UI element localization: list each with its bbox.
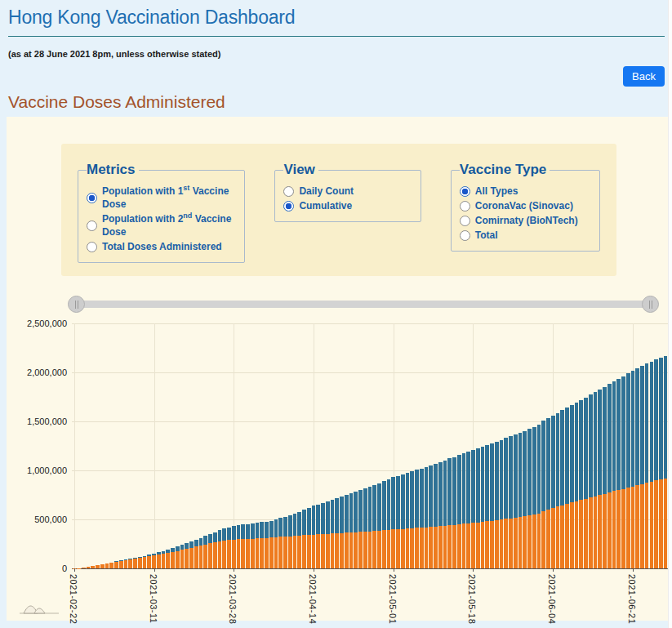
bar-segment-biontech: [584, 398, 588, 499]
radio-total-type[interactable]: [460, 230, 470, 241]
stacked-bar: [189, 541, 194, 568]
bar-segment-sinovac: [659, 479, 663, 568]
bar-segment-sinovac: [485, 521, 489, 568]
page-scrollbar[interactable]: [668, 0, 672, 628]
back-button[interactable]: Back: [623, 66, 665, 87]
page-header: Hong Kong Vaccination Dashboard (as at 2…: [0, 0, 672, 112]
bar-segment-sinovac: [537, 514, 541, 568]
bar-segment-biontech: [256, 523, 260, 538]
stacked-bar: [176, 546, 180, 568]
stacked-bar: [180, 545, 185, 568]
stacked-bar: [438, 462, 443, 568]
bar-segment-sinovac: [382, 530, 386, 568]
radio-all-types[interactable]: [460, 186, 470, 197]
radio-option-1st-dose[interactable]: Population with 1st Vaccine Dose: [87, 185, 234, 211]
stacked-bar: [147, 555, 151, 568]
bar-segment-biontech: [199, 538, 203, 546]
radio-option-total-doses[interactable]: Total Doses Administered: [87, 240, 234, 253]
stacked-bar: [302, 510, 306, 568]
stacked-bar-chart-plot[interactable]: 0500,0001,000,0001,500,0002,000,0002,500…: [72, 323, 668, 568]
bar-segment-biontech: [420, 469, 424, 528]
bar-segment-sinovac: [452, 525, 456, 568]
bar-segment-biontech: [237, 525, 241, 539]
slider-track[interactable]: [71, 301, 656, 308]
stacked-bar: [349, 493, 354, 568]
stacked-bar: [635, 368, 639, 568]
radio-comirnaty[interactable]: [460, 216, 470, 226]
radio-option-all-types[interactable]: All Types: [460, 185, 590, 198]
bar-segment-biontech: [232, 526, 236, 540]
bar-segment-sinovac: [377, 531, 381, 568]
radio-daily-count[interactable]: [283, 186, 294, 197]
radio-option-cumulative[interactable]: Cumulative: [283, 199, 410, 212]
stacked-bar: [664, 356, 668, 568]
radio-option-total-type[interactable]: Total: [460, 229, 590, 242]
slider-handle-right[interactable]: [642, 296, 659, 313]
stacked-bar: [612, 381, 616, 568]
bar-segment-biontech: [203, 536, 207, 544]
bar-segment-sinovac: [241, 539, 245, 568]
bar-segment-sinovac: [222, 541, 226, 568]
stacked-bar: [631, 371, 635, 568]
bar-segment-sinovac: [429, 527, 433, 568]
bar-segment-sinovac: [579, 500, 583, 568]
bar-segment-biontech: [500, 440, 504, 520]
mini-area-chart-icon: [18, 600, 60, 617]
stacked-bar: [420, 469, 424, 568]
radio-coronavac[interactable]: [460, 201, 470, 212]
vaccine-type-legend: Vaccine Type: [460, 162, 550, 178]
bar-segment-sinovac: [640, 484, 644, 568]
stacked-bar: [316, 505, 320, 568]
bar-segment-sinovac: [372, 531, 376, 568]
radio-option-comirnaty[interactable]: Comirnaty (BioNTech): [460, 214, 590, 227]
slider-handle-left[interactable]: [68, 296, 85, 313]
stacked-bar: [274, 519, 278, 568]
bar-segment-biontech: [471, 450, 475, 523]
stacked-bar: [246, 524, 250, 568]
x-tick-mark: [234, 568, 234, 572]
bar-segment-biontech: [537, 425, 541, 514]
bar-segment-biontech: [354, 492, 358, 532]
stacked-bar: [659, 358, 663, 568]
stacked-bar: [354, 492, 358, 568]
as-at-subtitle: (as at 28 June 2021 8pm, unless otherwis…: [8, 49, 668, 59]
radio-total-doses[interactable]: [87, 242, 97, 252]
bar-segment-sinovac: [401, 529, 405, 568]
stacked-bar: [143, 556, 147, 568]
stacked-bar: [471, 450, 475, 568]
bar-segment-sinovac: [312, 535, 316, 568]
dashboard-card: Metrics Population with 1st Vaccine Dose…: [7, 117, 669, 621]
bar-segment-biontech: [316, 505, 320, 535]
stacked-bar: [326, 501, 330, 568]
bar-segment-biontech: [377, 483, 381, 531]
date-range-slider[interactable]: [69, 296, 657, 314]
stacked-bar: [185, 543, 189, 568]
bar-segment-biontech: [185, 543, 189, 549]
bar-segment-biontech: [382, 481, 386, 530]
bar-segment-biontech: [401, 474, 405, 529]
radio-option-2nd-dose[interactable]: Population with 2nd Vaccine Dose: [87, 212, 234, 238]
bar-segment-biontech: [222, 528, 226, 541]
bar-segment-biontech: [307, 508, 311, 535]
radio-option-label: Total Doses Administered: [102, 240, 222, 253]
radio-option-coronavac[interactable]: CoronaVac (Sinovac): [460, 199, 590, 212]
bar-segment-sinovac: [340, 533, 344, 568]
bar-segment-biontech: [631, 371, 635, 487]
radio-1st-dose[interactable]: [87, 193, 97, 203]
bar-segment-biontech: [509, 436, 513, 518]
bar-segment-sinovac: [162, 554, 166, 568]
radio-option-daily-count[interactable]: Daily Count: [283, 185, 410, 198]
view-fieldset: View Daily Count Cumulative: [274, 162, 421, 222]
bar-segment-sinovac: [218, 541, 222, 568]
stacked-bar: [603, 387, 607, 568]
x-tick-mark: [314, 568, 314, 572]
bar-segment-biontech: [635, 368, 639, 485]
radio-cumulative[interactable]: [283, 201, 294, 212]
radio-2nd-dose[interactable]: [87, 220, 97, 231]
stacked-bar: [260, 522, 264, 568]
bar-segment-sinovac: [509, 519, 513, 568]
bar-segment-biontech: [589, 394, 593, 497]
stacked-bar: [589, 394, 593, 568]
bar-segment-biontech: [335, 498, 339, 533]
bar-segment-sinovac: [396, 529, 400, 568]
